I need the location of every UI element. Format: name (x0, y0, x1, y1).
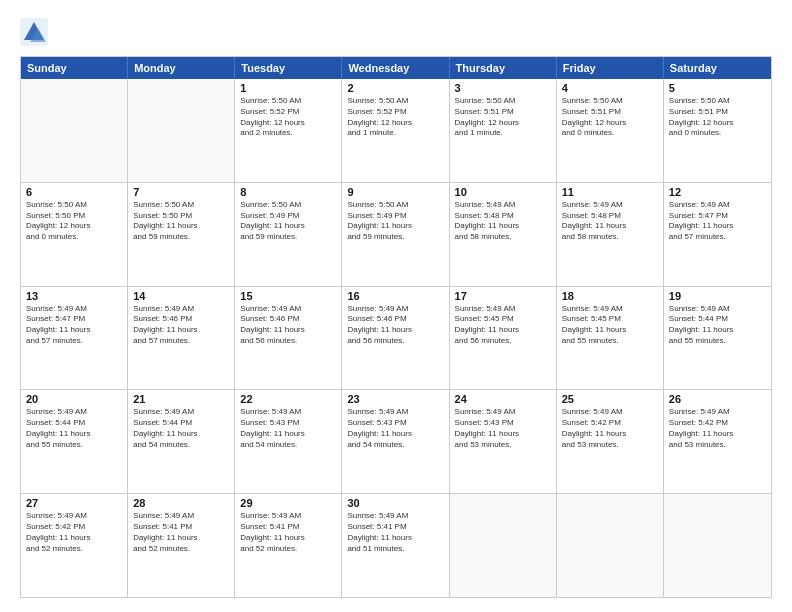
cell-line: Sunset: 5:42 PM (669, 418, 766, 429)
cell-line: Sunrise: 5:50 AM (562, 96, 658, 107)
day-number: 11 (562, 186, 658, 198)
cell-line: Sunset: 5:47 PM (669, 211, 766, 222)
cell-line: and 58 minutes. (562, 232, 658, 243)
cell-line: Sunrise: 5:49 AM (26, 511, 122, 522)
cell-line: Sunrise: 5:49 AM (133, 304, 229, 315)
day-cell-7: 7Sunrise: 5:50 AMSunset: 5:50 PMDaylight… (128, 183, 235, 286)
day-cell-18: 18Sunrise: 5:49 AMSunset: 5:45 PMDayligh… (557, 287, 664, 390)
cell-line: Daylight: 11 hours (562, 429, 658, 440)
day-cell-16: 16Sunrise: 5:49 AMSunset: 5:46 PMDayligh… (342, 287, 449, 390)
day-number: 21 (133, 393, 229, 405)
day-cell-4: 4Sunrise: 5:50 AMSunset: 5:51 PMDaylight… (557, 79, 664, 182)
cell-line: Sunset: 5:43 PM (347, 418, 443, 429)
cell-line: Sunrise: 5:49 AM (562, 407, 658, 418)
cell-line: and 55 minutes. (562, 336, 658, 347)
calendar-row-3: 20Sunrise: 5:49 AMSunset: 5:44 PMDayligh… (21, 390, 771, 494)
day-cell-8: 8Sunrise: 5:50 AMSunset: 5:49 PMDaylight… (235, 183, 342, 286)
cell-line: Sunrise: 5:49 AM (455, 304, 551, 315)
cell-line: Daylight: 11 hours (133, 325, 229, 336)
cell-line: Daylight: 11 hours (240, 429, 336, 440)
cell-line: Sunrise: 5:49 AM (240, 407, 336, 418)
day-number: 6 (26, 186, 122, 198)
day-number: 24 (455, 393, 551, 405)
cell-line: and 57 minutes. (133, 336, 229, 347)
cell-line: and 52 minutes. (26, 544, 122, 555)
calendar: SundayMondayTuesdayWednesdayThursdayFrid… (20, 56, 772, 598)
day-cell-9: 9Sunrise: 5:50 AMSunset: 5:49 PMDaylight… (342, 183, 449, 286)
cell-line: Daylight: 11 hours (347, 221, 443, 232)
day-number: 27 (26, 497, 122, 509)
day-cell-19: 19Sunrise: 5:49 AMSunset: 5:44 PMDayligh… (664, 287, 771, 390)
cell-line: Sunrise: 5:50 AM (347, 96, 443, 107)
cell-line: Daylight: 11 hours (669, 221, 766, 232)
day-number: 9 (347, 186, 443, 198)
day-number: 18 (562, 290, 658, 302)
day-cell-3: 3Sunrise: 5:50 AMSunset: 5:51 PMDaylight… (450, 79, 557, 182)
day-number: 3 (455, 82, 551, 94)
cell-line: and 57 minutes. (26, 336, 122, 347)
cell-line: Sunrise: 5:49 AM (562, 200, 658, 211)
cell-line: and 53 minutes. (669, 440, 766, 451)
day-cell-20: 20Sunrise: 5:49 AMSunset: 5:44 PMDayligh… (21, 390, 128, 493)
cell-line: Daylight: 12 hours (669, 118, 766, 129)
empty-cell-4-4 (450, 494, 557, 597)
cell-line: Sunset: 5:45 PM (455, 314, 551, 325)
cell-line: and 55 minutes. (26, 440, 122, 451)
day-number: 16 (347, 290, 443, 302)
cell-line: Daylight: 11 hours (562, 221, 658, 232)
day-number: 7 (133, 186, 229, 198)
day-cell-15: 15Sunrise: 5:49 AMSunset: 5:46 PMDayligh… (235, 287, 342, 390)
cell-line: Sunset: 5:52 PM (347, 107, 443, 118)
cell-line: Sunset: 5:51 PM (562, 107, 658, 118)
cell-line: Sunset: 5:46 PM (347, 314, 443, 325)
cell-line: and 54 minutes. (240, 440, 336, 451)
cell-line: Sunset: 5:44 PM (669, 314, 766, 325)
cell-line: Daylight: 11 hours (133, 533, 229, 544)
cell-line: Sunset: 5:47 PM (26, 314, 122, 325)
cell-line: Daylight: 11 hours (562, 325, 658, 336)
cell-line: and 51 minutes. (347, 544, 443, 555)
calendar-row-0: 1Sunrise: 5:50 AMSunset: 5:52 PMDaylight… (21, 79, 771, 183)
cell-line: Sunset: 5:48 PM (455, 211, 551, 222)
cell-line: Daylight: 11 hours (26, 429, 122, 440)
cell-line: Sunset: 5:48 PM (562, 211, 658, 222)
day-number: 13 (26, 290, 122, 302)
cell-line: Sunset: 5:41 PM (133, 522, 229, 533)
cell-line: Sunrise: 5:49 AM (669, 407, 766, 418)
cell-line: and 0 minutes. (562, 128, 658, 139)
cell-line: and 57 minutes. (669, 232, 766, 243)
calendar-row-1: 6Sunrise: 5:50 AMSunset: 5:50 PMDaylight… (21, 183, 771, 287)
day-number: 14 (133, 290, 229, 302)
cell-line: Sunrise: 5:49 AM (347, 407, 443, 418)
cell-line: Sunset: 5:46 PM (240, 314, 336, 325)
cell-line: Daylight: 12 hours (240, 118, 336, 129)
cell-line: Sunset: 5:52 PM (240, 107, 336, 118)
day-number: 28 (133, 497, 229, 509)
cell-line: Daylight: 11 hours (240, 221, 336, 232)
day-cell-30: 30Sunrise: 5:49 AMSunset: 5:41 PMDayligh… (342, 494, 449, 597)
cell-line: and 59 minutes. (133, 232, 229, 243)
cell-line: Sunset: 5:51 PM (669, 107, 766, 118)
cell-line: Sunrise: 5:49 AM (133, 511, 229, 522)
cell-line: Daylight: 11 hours (669, 325, 766, 336)
day-cell-28: 28Sunrise: 5:49 AMSunset: 5:41 PMDayligh… (128, 494, 235, 597)
day-number: 8 (240, 186, 336, 198)
cell-line: Daylight: 11 hours (240, 325, 336, 336)
header-day-sunday: Sunday (21, 57, 128, 79)
day-number: 4 (562, 82, 658, 94)
day-cell-12: 12Sunrise: 5:49 AMSunset: 5:47 PMDayligh… (664, 183, 771, 286)
cell-line: and 56 minutes. (347, 336, 443, 347)
cell-line: Sunrise: 5:49 AM (347, 304, 443, 315)
calendar-row-4: 27Sunrise: 5:49 AMSunset: 5:42 PMDayligh… (21, 494, 771, 597)
day-cell-17: 17Sunrise: 5:49 AMSunset: 5:45 PMDayligh… (450, 287, 557, 390)
cell-line: and 1 minute. (455, 128, 551, 139)
header-day-friday: Friday (557, 57, 664, 79)
cell-line: and 56 minutes. (455, 336, 551, 347)
cell-line: Daylight: 11 hours (347, 533, 443, 544)
logo-icon (20, 18, 48, 46)
cell-line: and 0 minutes. (26, 232, 122, 243)
cell-line: Sunrise: 5:49 AM (133, 407, 229, 418)
day-number: 23 (347, 393, 443, 405)
cell-line: Sunrise: 5:49 AM (26, 407, 122, 418)
cell-line: Sunset: 5:50 PM (133, 211, 229, 222)
